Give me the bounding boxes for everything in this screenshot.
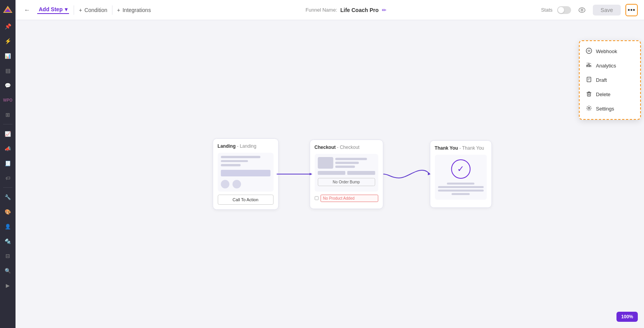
main-container: ← Add Step ▾ + Condition + Integrations … [16,0,644,328]
no-product-added-label: No Product Added [320,195,378,202]
sidebar-item-megaphone[interactable]: 📣 [2,142,14,155]
ty-line-1 [447,183,475,185]
connector-2 [383,166,430,182]
dropdown-item-delete[interactable]: Delete [580,87,640,102]
svg-point-3 [579,8,585,12]
svg-point-7 [586,48,592,54]
back-button[interactable]: ← [22,5,33,16]
sidebar: 📌 ⚡ 📊 ▤ 💬 WPO ⊞ 📈 📣 🧾 🏷 🔧 🎨 👤 🔩 ⊟ 🔍 ▶ [0,0,16,328]
webhook-icon [586,48,592,55]
checkout-line-2 [335,162,359,164]
edit-funnel-name-icon[interactable]: ✏ [382,7,387,13]
product-checkbox[interactable] [314,196,318,200]
zoom-indicator: 100% [616,312,638,322]
header-divider-1 [74,5,74,15]
thankyou-lines [438,183,483,195]
dropdown-analytics-label: Analytics [596,63,616,69]
dropdown-settings-label: Settings [596,106,614,112]
header: ← Add Step ▾ + Condition + Integrations … [16,0,644,20]
landing-card-title: Landing - Landing [218,143,273,149]
call-to-action-button[interactable]: Call To Action [218,195,273,205]
sidebar-item-play[interactable]: ▶ [2,279,14,292]
funnel-steps: Landing - Landing Call To Action [212,138,492,210]
sidebar-item-chart[interactable]: 📈 [2,128,14,140]
sidebar-item-user[interactable]: 👤 [2,220,14,233]
funnel-name-value: Life Coach Pro [340,7,379,13]
landing-preview [218,153,273,192]
checkout-img-block [318,157,333,169]
svg-point-10 [588,107,590,109]
funnel-canvas: Landing - Landing Call To Action [16,20,644,328]
connector-1 [278,166,309,182]
preview-bar-2 [221,160,248,162]
stats-toggle[interactable] [557,6,571,14]
checkout-card-title: Checkout - Checkout [314,145,378,150]
preview-circle-1 [221,180,229,188]
dropdown-delete-label: Delete [596,91,611,97]
dropdown-item-settings[interactable]: Settings [580,102,640,116]
eye-icon [578,7,585,13]
settings-icon [586,105,592,112]
condition-button[interactable]: + Condition [79,7,107,13]
add-step-label: Add Step [39,6,62,12]
sidebar-item-stats[interactable]: 📊 [2,50,14,62]
checkout-preview: No Order Bump [314,154,378,192]
add-step-dropdown-icon: ▾ [65,6,67,12]
dropdown-item-analytics[interactable]: Analytics [580,59,640,73]
checkout-step-card[interactable]: Checkout - Checkout [309,140,383,209]
sidebar-item-palette[interactable]: 🎨 [2,205,14,218]
check-mark-icon: ✓ [457,164,464,174]
thankyou-step-card[interactable]: Thank You - Thank You ✓ [430,140,492,208]
more-options-dropdown: Webhook Analytics [579,40,641,120]
sidebar-item-pin[interactable]: 📌 [2,20,14,33]
integrations-button[interactable]: + Integrations [117,7,151,13]
connector-arrow-1 [276,166,311,182]
checkout-line-1 [335,158,367,160]
condition-plus-icon: + [79,7,82,13]
preview-circles [221,180,270,188]
dropdown-item-webhook[interactable]: Webhook [580,44,640,59]
sidebar-item-wrench[interactable]: 🔩 [2,235,14,247]
svg-rect-8 [587,77,591,82]
save-button[interactable]: Save [593,5,621,16]
connector-arrow-2 [383,164,430,184]
sidebar-item-grid[interactable]: ⊟ [2,250,14,262]
sidebar-item-layers[interactable]: ▤ [2,64,14,77]
analytics-icon [586,62,592,69]
zoom-level: 100% [621,314,633,319]
checkout-lines [335,157,375,169]
header-center: Funnel Name: Life Coach Pro ✏ [155,7,536,13]
product-row: No Product Added [314,195,378,202]
sidebar-item-tag[interactable]: 🏷 [2,172,14,184]
thankyou-card-title: Thank You - Thank You [435,145,487,151]
preview-bar-1 [221,156,260,158]
add-step-button[interactable]: Add Step ▾ [37,6,69,14]
more-options-icon: ••• [628,7,635,14]
sidebar-item-chat[interactable]: 💬 [2,79,14,91]
sidebar-divider-2 [3,187,12,188]
draft-icon [586,76,592,84]
sidebar-item-woo[interactable]: WPO [2,94,14,106]
integrations-plus-icon: + [117,7,120,13]
dropdown-item-draft[interactable]: Draft [580,73,640,87]
checkout-card-subtitle: - Checkout [337,145,359,150]
condition-label: Condition [85,7,107,13]
thankyou-card-subtitle: - Thank You [459,145,484,151]
more-options-button[interactable]: ••• [625,4,638,16]
sidebar-item-search[interactable]: 🔍 [2,264,14,277]
landing-step-card[interactable]: Landing - Landing Call To Action [212,138,278,210]
svg-point-4 [581,9,583,11]
header-divider-2 [112,5,112,15]
integrations-label: Integrations [123,7,151,13]
sidebar-item-bolt[interactable]: ⚡ [2,35,14,47]
preview-button[interactable] [576,4,588,16]
checkout-img-placeholder [318,157,375,169]
ty-line-4 [452,193,470,195]
checkout-form-field-2 [347,171,375,175]
no-order-bump-label: No Order Bump [318,178,375,186]
sidebar-item-tools[interactable]: 🔧 [2,191,14,203]
funnel-name-label: Funnel Name: [306,7,337,13]
sidebar-item-table[interactable]: ⊞ [2,109,14,121]
sidebar-item-receipt[interactable]: 🧾 [2,157,14,169]
header-right: Stats Save ••• [541,4,638,16]
